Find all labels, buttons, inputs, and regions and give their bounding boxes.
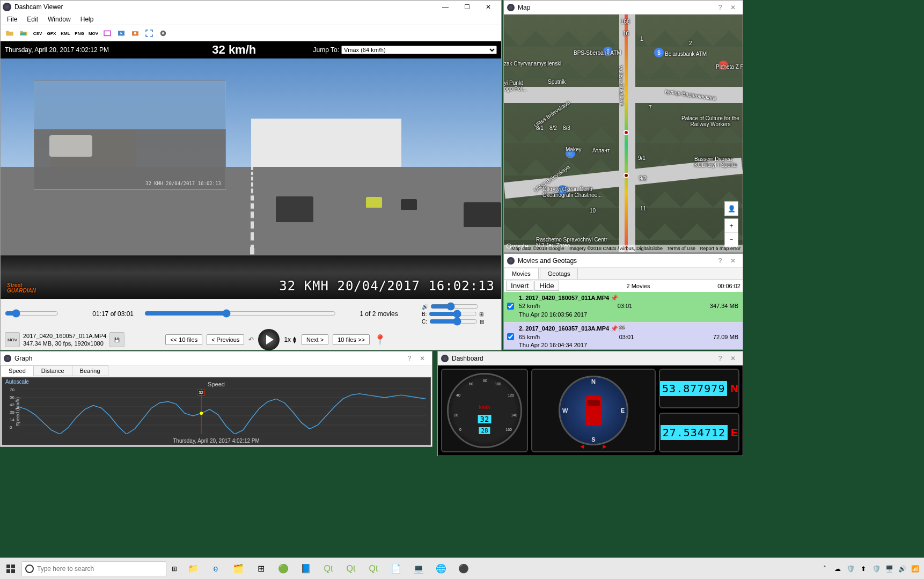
tray-icon[interactable]: 🛡️ xyxy=(871,564,881,574)
reset-b-icon[interactable]: ⊞ xyxy=(479,311,483,317)
map-titlebar[interactable]: Map ? ✕ xyxy=(504,1,743,14)
taskbar-app[interactable]: 🟢 xyxy=(273,558,294,580)
invert-button[interactable]: Invert xyxy=(506,281,533,291)
taskbar-app[interactable]: Qt xyxy=(363,558,384,580)
maximize-button[interactable]: ☐ xyxy=(456,1,478,13)
autoscale-label[interactable]: Autoscale xyxy=(5,379,29,385)
dashboard-titlebar[interactable]: Dashboard ? ✕ xyxy=(438,351,743,365)
map-close-button[interactable]: ✕ xyxy=(727,4,739,11)
tab-distance[interactable]: Distance xyxy=(33,365,72,376)
speaker-icon[interactable]: 🔊 xyxy=(422,304,428,310)
start-button[interactable] xyxy=(0,558,21,580)
export-gpx-button[interactable]: GPX xyxy=(46,27,57,39)
tray-icon[interactable]: 📶 xyxy=(910,564,920,574)
dashboard-window: Dashboard ? ✕ km/h 32 28 0 20 40 60 80 1… xyxy=(437,351,743,456)
settings-button[interactable] xyxy=(157,27,169,39)
taskbar-app[interactable]: 📁 xyxy=(182,558,204,580)
movie-checkbox[interactable] xyxy=(507,303,514,310)
video-viewport[interactable]: 32 KMH 20/04/2017 16:02:13 32 KMH 20/04/… xyxy=(1,58,501,299)
close-button[interactable]: ✕ xyxy=(478,1,499,13)
search-box[interactable]: Type here to search xyxy=(21,561,166,576)
movies-help-button[interactable]: ? xyxy=(714,257,727,265)
prev-button[interactable]: < Previous xyxy=(207,334,244,345)
clip-button[interactable] xyxy=(101,27,113,39)
movies-close-button[interactable]: ✕ xyxy=(727,257,739,265)
taskbar-app[interactable]: 📄 xyxy=(385,558,407,580)
hide-button[interactable]: Hide xyxy=(534,281,559,291)
taskbar-app[interactable]: ⚫ xyxy=(453,558,474,580)
taskbar-app[interactable]: Qt xyxy=(318,558,339,580)
titlebar[interactable]: Dashcam Viewer — ☐ ✕ xyxy=(1,1,501,13)
contrast-slider[interactable] xyxy=(429,318,478,325)
taskbar-app[interactable]: 🗂️ xyxy=(228,558,249,580)
reset-c-icon[interactable]: ⊞ xyxy=(480,319,484,325)
rate-stepper[interactable]: ▲▼ xyxy=(292,336,297,343)
menu-help[interactable]: Help xyxy=(76,14,98,24)
tab-bearing[interactable]: Bearing xyxy=(72,365,108,376)
prev-10-button[interactable]: << 10 files xyxy=(165,334,202,345)
task-view-icon[interactable]: ⊞ xyxy=(172,565,177,573)
arrow-right-icon[interactable]: ► xyxy=(602,443,608,450)
tray-icon[interactable]: 🔊 xyxy=(897,564,907,574)
rate-label: 1x xyxy=(284,336,291,343)
streetview-control[interactable]: 👤 xyxy=(724,201,738,216)
brightness-slider[interactable] xyxy=(429,311,477,317)
next-10-button[interactable]: 10 files >> xyxy=(333,334,370,345)
movie-item[interactable]: 2. 2017_0420_160357_013A.MP4 📌🏁 65 km/h0… xyxy=(504,323,743,349)
play-button[interactable] xyxy=(258,329,280,350)
tray-icon[interactable]: ⬆ xyxy=(859,564,868,574)
export-mov-button[interactable]: MOV xyxy=(87,27,99,39)
tray-icon[interactable]: 🖥️ xyxy=(884,564,894,574)
taskbar-app[interactable]: 📘 xyxy=(295,558,317,580)
tab-speed[interactable]: Speed xyxy=(1,365,34,376)
jump-to-select[interactable]: Vmax (64 km/h) xyxy=(341,46,497,54)
latitude-display: 53.877979N xyxy=(659,369,739,408)
map-canvas[interactable]: $BPS-Sberbank ATM $Belarusbank ATM +Plan… xyxy=(504,14,743,252)
next-button[interactable]: Next > xyxy=(302,334,328,345)
minimize-button[interactable]: — xyxy=(435,1,456,13)
open-files-button[interactable] xyxy=(18,27,30,39)
export-csv-button[interactable]: CSV xyxy=(32,27,43,39)
tray-icon[interactable]: 🛡️ xyxy=(846,564,855,574)
zoom-control[interactable]: ＋－ xyxy=(724,218,738,247)
open-folder-button[interactable] xyxy=(4,27,16,39)
zoom-in-button[interactable]: ＋ xyxy=(725,219,738,233)
taskbar-app[interactable]: ⊞ xyxy=(250,558,272,580)
reload-icon[interactable]: ↶ xyxy=(248,336,254,343)
graph-close-button[interactable]: ✕ xyxy=(416,355,429,362)
menu-window[interactable]: Window xyxy=(43,14,75,24)
movie-speed: 65 km/h xyxy=(519,333,540,341)
save-file-button[interactable]: 💾 xyxy=(109,332,124,347)
export-png-button[interactable]: PNG xyxy=(74,27,85,39)
arrow-left-icon[interactable]: ◄ xyxy=(579,443,585,450)
pip-viewport[interactable]: 32 KMH 20/04/2017 16:02:13 xyxy=(34,80,226,190)
fullscreen-button[interactable] xyxy=(143,27,155,39)
taskbar-app[interactable]: e xyxy=(205,558,226,580)
dashboard-close-button[interactable]: ✕ xyxy=(727,355,739,362)
taskbar-app[interactable]: Qt xyxy=(340,558,362,580)
seek-slider[interactable] xyxy=(144,309,336,318)
geotag-pin-icon[interactable]: 📍 xyxy=(374,334,386,346)
tab-movies[interactable]: Movies xyxy=(504,268,539,279)
screenshot-button[interactable] xyxy=(129,27,141,39)
merge-button[interactable] xyxy=(115,27,127,39)
tray-icon[interactable]: ☁ xyxy=(833,564,842,574)
tray-icon[interactable]: ˄ xyxy=(820,564,830,574)
menu-file[interactable]: File xyxy=(3,14,21,24)
taskbar-app[interactable]: 🌐 xyxy=(430,558,452,580)
jump-to-label: Jump To: xyxy=(313,46,339,54)
movie-checkbox[interactable] xyxy=(507,333,514,340)
trim-start-slider[interactable] xyxy=(5,309,58,318)
volume-slider[interactable] xyxy=(430,303,479,310)
movies-titlebar[interactable]: Movies and Geotags ? ✕ xyxy=(504,254,743,268)
taskbar-app[interactable]: 💻 xyxy=(408,558,429,580)
dashboard-help-button[interactable]: ? xyxy=(714,355,727,362)
tab-geotags[interactable]: Geotags xyxy=(540,268,578,279)
movie-item[interactable]: 1. 2017_0420_160057_011A.MP4 📌 52 km/h03… xyxy=(504,292,743,323)
export-kml-button[interactable]: KML xyxy=(60,27,71,39)
graph-titlebar[interactable]: Graph ? ✕ xyxy=(1,351,432,365)
graph-help-button[interactable]: ? xyxy=(403,355,416,362)
graph-canvas[interactable]: Autoscale Speed Speed (km/h) 70 56 42 28… xyxy=(2,377,431,445)
menu-edit[interactable]: Edit xyxy=(23,14,42,24)
map-help-button[interactable]: ? xyxy=(714,4,727,11)
